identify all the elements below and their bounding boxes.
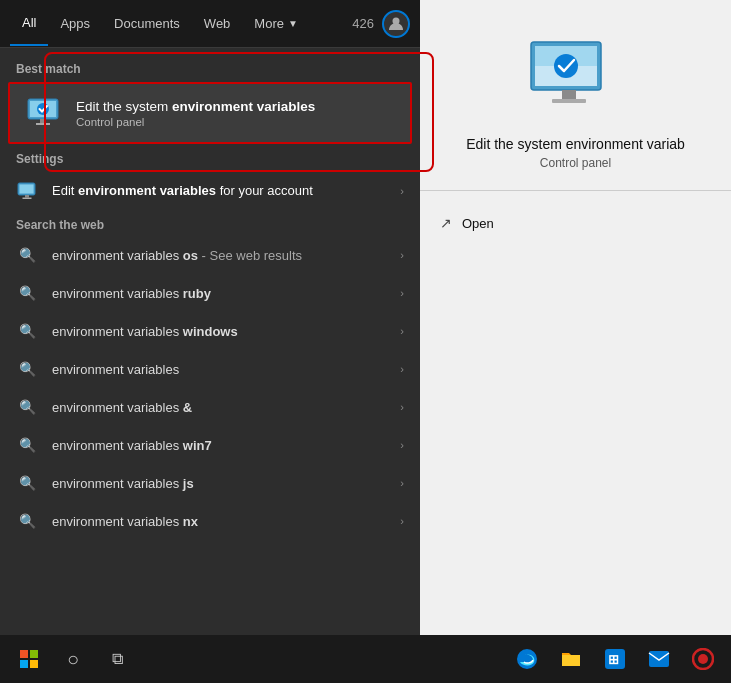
results-area: Best match Edit the system en <box>0 48 420 635</box>
web-item-ruby-text: environment variables ruby <box>52 286 400 301</box>
search-loop-icon-3: 🔍 <box>16 320 38 342</box>
web-chevron-icon-8: › <box>400 515 404 527</box>
svg-rect-17 <box>30 650 38 658</box>
search-loop-icon-8: 🔍 <box>16 510 38 532</box>
web-item-plain[interactable]: 🔍 environment variables › <box>0 350 420 388</box>
open-icon: ↗ <box>440 215 452 231</box>
task-view-button[interactable]: ⧉ <box>96 638 138 680</box>
more-chevron-icon: ▼ <box>288 18 298 29</box>
svg-rect-8 <box>25 195 29 198</box>
svg-text:⊞: ⊞ <box>608 652 619 667</box>
folder-icon <box>560 649 582 669</box>
search-loop-icon: 🔍 <box>16 244 38 266</box>
web-item-windows[interactable]: 🔍 environment variables windows › <box>0 312 420 350</box>
web-chevron-icon-6: › <box>400 439 404 451</box>
settings-item-title: Edit environment variables for your acco… <box>52 183 313 200</box>
web-item-amp[interactable]: 🔍 environment variables & › <box>0 388 420 426</box>
web-item-nx[interactable]: 🔍 environment variables nx › <box>0 502 420 540</box>
search-loop-icon-4: 🔍 <box>16 358 38 380</box>
web-item-windows-text: environment variables windows <box>52 324 400 339</box>
mail-taskbar-button[interactable] <box>639 639 679 679</box>
svg-rect-7 <box>20 185 34 194</box>
store-taskbar-button[interactable]: ⊞ <box>595 639 635 679</box>
settings-monitor-icon <box>16 179 40 203</box>
cortana-button[interactable]: ○ <box>52 638 94 680</box>
search-loop-icon-6: 🔍 <box>16 434 38 456</box>
preview-subtitle: Control panel <box>540 156 611 170</box>
preview-monitor-icon <box>526 40 616 115</box>
svg-rect-3 <box>40 119 46 123</box>
svg-rect-4 <box>36 123 50 125</box>
store-icon: ⊞ <box>604 648 626 670</box>
svg-rect-16 <box>20 650 28 658</box>
web-item-win7-text: environment variables win7 <box>52 438 400 453</box>
svg-rect-18 <box>20 660 28 668</box>
tab-web[interactable]: Web <box>192 2 243 45</box>
web-item-os[interactable]: 🔍 environment variables os - See web res… <box>0 236 420 274</box>
svg-rect-14 <box>562 90 576 99</box>
task-view-icon: ⧉ <box>112 650 123 668</box>
web-chevron-icon-2: › <box>400 287 404 299</box>
best-match-subtitle: Control panel <box>76 116 394 128</box>
svg-point-26 <box>698 654 708 664</box>
user-icon <box>388 16 404 32</box>
web-item-nx-text: environment variables nx <box>52 514 400 529</box>
open-label: Open <box>462 216 494 231</box>
tab-all[interactable]: All <box>10 1 48 46</box>
web-item-ruby[interactable]: 🔍 environment variables ruby › <box>0 274 420 312</box>
taskbar: ○ ⧉ ⊞ <box>0 635 731 683</box>
circle-taskbar-button[interactable] <box>683 639 723 679</box>
svg-rect-24 <box>649 651 669 667</box>
circle-icon <box>692 648 714 670</box>
svg-rect-15 <box>552 99 586 103</box>
edge-taskbar-button[interactable] <box>507 639 547 679</box>
preview-icon <box>526 40 626 120</box>
edge-icon <box>516 648 538 670</box>
web-item-os-text: environment variables os - See web resul… <box>52 248 400 263</box>
web-chevron-icon-3: › <box>400 325 404 337</box>
monitor-svg-icon <box>26 97 64 129</box>
nav-tabs: All Apps Documents Web More ▼ 426 <box>0 0 420 48</box>
svg-point-13 <box>554 54 578 78</box>
preview-divider <box>420 190 731 191</box>
cortana-icon: ○ <box>67 648 79 671</box>
best-match-item[interactable]: Edit the system environment variables Co… <box>8 82 412 144</box>
tab-apps[interactable]: Apps <box>48 2 102 45</box>
left-panel: All Apps Documents Web More ▼ 426 Best m… <box>0 0 420 683</box>
explorer-taskbar-button[interactable] <box>551 639 591 679</box>
open-action-button[interactable]: ↗ Open <box>420 207 731 239</box>
search-loop-icon-2: 🔍 <box>16 282 38 304</box>
web-chevron-icon-5: › <box>400 401 404 413</box>
control-panel-icon <box>26 94 64 132</box>
svg-rect-9 <box>23 198 32 200</box>
web-item-js-text: environment variables js <box>52 476 400 491</box>
web-item-win7[interactable]: 🔍 environment variables win7 › <box>0 426 420 464</box>
best-match-title: Edit the system environment variables <box>76 98 394 116</box>
preview-title: Edit the system environment variab <box>450 136 701 152</box>
web-chevron-icon-1: › <box>400 249 404 261</box>
user-avatar[interactable] <box>382 10 410 38</box>
start-button[interactable] <box>8 638 50 680</box>
web-item-amp-text: environment variables & <box>52 400 400 415</box>
svg-rect-21 <box>562 655 580 666</box>
tab-more[interactable]: More ▼ <box>242 2 310 45</box>
mail-icon <box>648 650 670 668</box>
web-item-js[interactable]: 🔍 environment variables js › <box>0 464 420 502</box>
windows-icon <box>20 650 38 668</box>
web-search-header: Search the web <box>0 212 420 236</box>
search-loop-icon-5: 🔍 <box>16 396 38 418</box>
search-loop-icon-7: 🔍 <box>16 472 38 494</box>
web-chevron-icon-7: › <box>400 477 404 489</box>
svg-rect-19 <box>30 660 38 668</box>
best-match-header: Best match <box>0 56 420 80</box>
result-count: 426 <box>352 16 374 31</box>
web-item-plain-text: environment variables <box>52 362 400 377</box>
settings-header: Settings <box>0 146 420 170</box>
web-chevron-icon-4: › <box>400 363 404 375</box>
best-match-text: Edit the system environment variables Co… <box>76 98 394 129</box>
settings-item-env[interactable]: Edit environment variables for your acco… <box>0 170 420 212</box>
tab-documents[interactable]: Documents <box>102 2 192 45</box>
settings-chevron-icon: › <box>400 185 404 197</box>
right-panel: Edit the system environment variab Contr… <box>420 0 731 683</box>
